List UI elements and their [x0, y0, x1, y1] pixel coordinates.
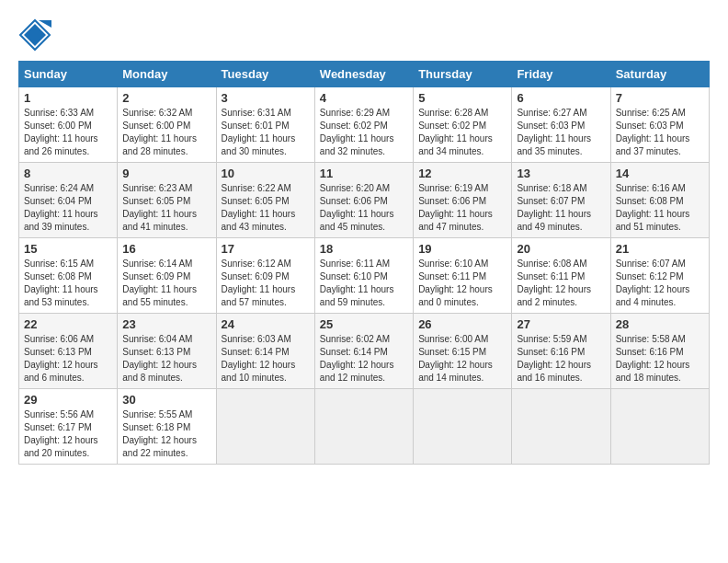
day-number: 12: [418, 167, 506, 180]
logo: [18, 18, 57, 52]
cell-content: Sunrise: 6:28 AM Sunset: 6:02 PM Dayligh…: [418, 107, 506, 158]
day-number: 1: [24, 91, 112, 105]
calendar-cell: [512, 389, 610, 465]
day-number: 23: [122, 317, 210, 331]
cell-content: Sunrise: 6:29 AM Sunset: 6:02 PM Dayligh…: [320, 107, 408, 158]
cell-content: Sunrise: 6:32 AM Sunset: 6:00 PM Dayligh…: [122, 107, 210, 158]
day-number: 3: [222, 91, 310, 105]
day-number: 26: [418, 317, 506, 331]
calendar-cell: 22Sunrise: 6:06 AM Sunset: 6:13 PM Dayli…: [19, 314, 118, 389]
calendar-cell: 1Sunrise: 6:33 AM Sunset: 6:00 PM Daylig…: [19, 87, 118, 163]
day-number: 16: [122, 242, 210, 256]
calendar-cell: 21Sunrise: 6:07 AM Sunset: 6:12 PM Dayli…: [610, 238, 709, 314]
cell-content: Sunrise: 6:04 AM Sunset: 6:13 PM Dayligh…: [122, 333, 210, 385]
day-number: 25: [320, 317, 408, 331]
day-number: 28: [616, 317, 704, 331]
calendar-cell: 15Sunrise: 6:15 AM Sunset: 6:08 PM Dayli…: [19, 238, 118, 314]
calendar-week-row: 8Sunrise: 6:24 AM Sunset: 6:04 PM Daylig…: [19, 163, 710, 238]
calendar-cell: 11Sunrise: 6:20 AM Sunset: 6:06 PM Dayli…: [314, 163, 413, 238]
calendar-cell: 7Sunrise: 6:25 AM Sunset: 6:03 PM Daylig…: [610, 87, 709, 163]
calendar-cell: [314, 389, 413, 465]
calendar-cell: [216, 389, 314, 465]
cell-content: Sunrise: 6:16 AM Sunset: 6:08 PM Dayligh…: [616, 182, 704, 234]
cell-content: Sunrise: 6:33 AM Sunset: 6:00 PM Dayligh…: [24, 107, 112, 158]
calendar-cell: 10Sunrise: 6:22 AM Sunset: 6:05 PM Dayli…: [216, 163, 314, 238]
calendar-cell: 12Sunrise: 6:19 AM Sunset: 6:06 PM Dayli…: [414, 163, 512, 238]
day-number: 8: [24, 167, 112, 180]
day-number: 5: [418, 91, 506, 105]
day-number: 2: [122, 91, 210, 105]
weekday-header-row: SundayMondayTuesdayWednesdayThursdayFrid…: [19, 62, 710, 87]
calendar-cell: 25Sunrise: 6:02 AM Sunset: 6:14 PM Dayli…: [314, 314, 413, 389]
cell-content: Sunrise: 6:19 AM Sunset: 6:06 PM Dayligh…: [418, 182, 506, 234]
cell-content: Sunrise: 6:14 AM Sunset: 6:09 PM Dayligh…: [122, 258, 210, 309]
cell-content: Sunrise: 6:20 AM Sunset: 6:06 PM Dayligh…: [320, 182, 408, 234]
calendar-cell: 9Sunrise: 6:23 AM Sunset: 6:05 PM Daylig…: [118, 163, 216, 238]
calendar-cell: 30Sunrise: 5:55 AM Sunset: 6:18 PM Dayli…: [118, 389, 216, 465]
day-number: 20: [517, 242, 605, 256]
weekday-header-sunday: Sunday: [19, 62, 118, 87]
day-number: 13: [517, 167, 605, 180]
calendar-cell: 27Sunrise: 5:59 AM Sunset: 6:16 PM Dayli…: [512, 314, 610, 389]
calendar-cell: 19Sunrise: 6:10 AM Sunset: 6:11 PM Dayli…: [414, 238, 512, 314]
day-number: 7: [616, 91, 704, 105]
calendar-cell: 4Sunrise: 6:29 AM Sunset: 6:02 PM Daylig…: [314, 87, 413, 163]
cell-content: Sunrise: 6:22 AM Sunset: 6:05 PM Dayligh…: [222, 182, 310, 234]
calendar-cell: 13Sunrise: 6:18 AM Sunset: 6:07 PM Dayli…: [512, 163, 610, 238]
calendar-cell: 2Sunrise: 6:32 AM Sunset: 6:00 PM Daylig…: [118, 87, 216, 163]
calendar-week-row: 1Sunrise: 6:33 AM Sunset: 6:00 PM Daylig…: [19, 87, 710, 163]
day-number: 11: [320, 167, 408, 180]
cell-content: Sunrise: 6:11 AM Sunset: 6:10 PM Dayligh…: [320, 258, 408, 309]
calendar-week-row: 15Sunrise: 6:15 AM Sunset: 6:08 PM Dayli…: [19, 238, 710, 314]
day-number: 10: [222, 167, 310, 180]
cell-content: Sunrise: 6:06 AM Sunset: 6:13 PM Dayligh…: [24, 333, 112, 385]
day-number: 4: [320, 91, 408, 105]
day-number: 14: [616, 167, 704, 180]
day-number: 9: [122, 167, 210, 180]
cell-content: Sunrise: 6:31 AM Sunset: 6:01 PM Dayligh…: [222, 107, 310, 158]
calendar-table: SundayMondayTuesdayWednesdayThursdayFrid…: [18, 61, 710, 465]
weekday-header-friday: Friday: [512, 62, 610, 87]
calendar-cell: 17Sunrise: 6:12 AM Sunset: 6:09 PM Dayli…: [216, 238, 314, 314]
cell-content: Sunrise: 6:25 AM Sunset: 6:03 PM Dayligh…: [616, 107, 704, 158]
cell-content: Sunrise: 5:58 AM Sunset: 6:16 PM Dayligh…: [616, 333, 704, 385]
weekday-header-thursday: Thursday: [414, 62, 512, 87]
weekday-header-wednesday: Wednesday: [314, 62, 413, 87]
day-number: 22: [24, 317, 112, 331]
cell-content: Sunrise: 6:07 AM Sunset: 6:12 PM Dayligh…: [616, 258, 704, 309]
cell-content: Sunrise: 6:18 AM Sunset: 6:07 PM Dayligh…: [517, 182, 605, 234]
calendar-cell: 16Sunrise: 6:14 AM Sunset: 6:09 PM Dayli…: [118, 238, 216, 314]
weekday-header-saturday: Saturday: [610, 62, 709, 87]
calendar-cell: [414, 389, 512, 465]
calendar-cell: 28Sunrise: 5:58 AM Sunset: 6:16 PM Dayli…: [610, 314, 709, 389]
cell-content: Sunrise: 6:12 AM Sunset: 6:09 PM Dayligh…: [222, 258, 310, 309]
cell-content: Sunrise: 6:08 AM Sunset: 6:11 PM Dayligh…: [517, 258, 605, 309]
weekday-header-tuesday: Tuesday: [216, 62, 314, 87]
day-number: 29: [24, 393, 112, 407]
day-number: 18: [320, 242, 408, 256]
day-number: 30: [122, 393, 210, 407]
day-number: 24: [222, 317, 310, 331]
cell-content: Sunrise: 6:10 AM Sunset: 6:11 PM Dayligh…: [418, 258, 506, 309]
calendar-cell: 18Sunrise: 6:11 AM Sunset: 6:10 PM Dayli…: [314, 238, 413, 314]
cell-content: Sunrise: 6:00 AM Sunset: 6:15 PM Dayligh…: [418, 333, 506, 385]
calendar-cell: 20Sunrise: 6:08 AM Sunset: 6:11 PM Dayli…: [512, 238, 610, 314]
day-number: 17: [222, 242, 310, 256]
cell-content: Sunrise: 6:03 AM Sunset: 6:14 PM Dayligh…: [222, 333, 310, 385]
cell-content: Sunrise: 6:23 AM Sunset: 6:05 PM Dayligh…: [122, 182, 210, 234]
calendar-week-row: 22Sunrise: 6:06 AM Sunset: 6:13 PM Dayli…: [19, 314, 710, 389]
day-number: 19: [418, 242, 506, 256]
page-header: [18, 18, 710, 52]
calendar-cell: 6Sunrise: 6:27 AM Sunset: 6:03 PM Daylig…: [512, 87, 610, 163]
calendar-cell: 29Sunrise: 5:56 AM Sunset: 6:17 PM Dayli…: [19, 389, 118, 465]
calendar-cell: 14Sunrise: 6:16 AM Sunset: 6:08 PM Dayli…: [610, 163, 709, 238]
calendar-week-row: 29Sunrise: 5:56 AM Sunset: 6:17 PM Dayli…: [19, 389, 710, 465]
cell-content: Sunrise: 6:27 AM Sunset: 6:03 PM Dayligh…: [517, 107, 605, 158]
cell-content: Sunrise: 6:24 AM Sunset: 6:04 PM Dayligh…: [24, 182, 112, 234]
day-number: 21: [616, 242, 704, 256]
cell-content: Sunrise: 5:55 AM Sunset: 6:18 PM Dayligh…: [122, 408, 210, 460]
day-number: 27: [517, 317, 605, 331]
weekday-header-monday: Monday: [118, 62, 216, 87]
day-number: 6: [517, 91, 605, 105]
cell-content: Sunrise: 6:15 AM Sunset: 6:08 PM Dayligh…: [24, 258, 112, 309]
